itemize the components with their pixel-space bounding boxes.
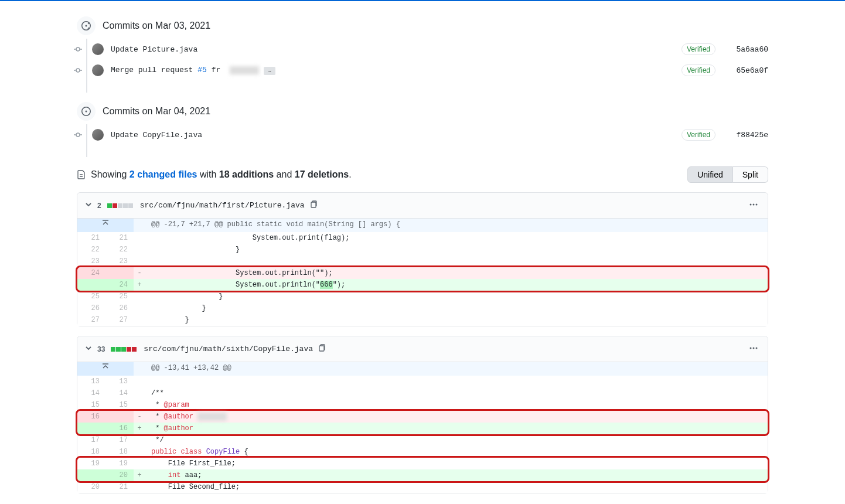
diff-summary: Showing 2 changed files with 18 addition… [77,169,352,180]
svg-point-0 [76,47,80,51]
svg-point-6 [76,133,80,137]
avatar[interactable] [92,64,104,76]
file-diff-icon [77,170,86,179]
commit-sha[interactable]: f88425e [727,131,768,139]
code-line: 2727 } [77,314,768,326]
svg-point-11 [753,204,755,206]
copy-path-icon[interactable] [309,200,318,210]
svg-point-10 [750,204,752,206]
code-line-added: 24+ System.out.println("666"); [77,279,768,291]
avatar[interactable] [92,129,104,141]
code-line: 2021 File Second_file; [77,481,768,493]
code-line: 1414/** [77,387,768,399]
avatar[interactable] [92,43,104,55]
diff-view-toggle: Unified Split [687,166,768,183]
hunk-header: @@ -13,41 +13,42 @@ [77,362,768,376]
hunk-header: @@ -21,7 +21,7 @@ public static void mai… [77,219,768,232]
diff-stat-icon [107,203,133,208]
commits-icon [77,102,96,121]
svg-point-16 [756,348,758,349]
verified-badge[interactable]: Verified [682,43,715,55]
code-line: 2222 } [77,244,768,256]
svg-point-12 [756,204,758,206]
code-line-added: 20+ int aaa; [77,469,768,481]
chevron-down-icon[interactable] [84,200,93,210]
file-change-count: 33 [97,345,105,353]
code-line: 2121 System.out.print(flag); [77,232,768,244]
commit-message[interactable]: Update Picture.java [111,45,682,54]
svg-point-3 [76,69,80,72]
file-path[interactable]: src/com/fjnu/math/first/Picture.java [140,201,305,210]
commit-row: Merge pull request #5 fr … Verified 65e6… [73,60,768,81]
diff-stat-icon [111,347,137,352]
code-line: 2626 } [77,302,768,314]
expand-up-icon[interactable] [101,219,110,232]
commit-sha[interactable]: 5a6aa60 [727,45,768,54]
code-line: 2525 } [77,291,768,302]
unified-view-button[interactable]: Unified [687,166,733,183]
pr-link[interactable]: #5 [197,66,207,74]
code-line-deleted: 24- System.out.println(""); [77,267,768,279]
split-view-button[interactable]: Split [733,166,768,183]
commit-date-header: Commits on Mar 03, 2021 [103,21,210,31]
verified-badge[interactable]: Verified [682,64,715,76]
svg-point-14 [750,348,752,349]
code-line: 1818public class CopyFile { [77,446,768,458]
code-line: 2323 [77,256,768,267]
copy-path-icon[interactable] [318,344,326,354]
changed-files-link[interactable]: 2 changed files [130,169,197,179]
code-line: 1515 * @param [77,399,768,411]
svg-rect-13 [319,346,324,351]
file-diff: 2 src/com/fjnu/math/first/Picture.java @… [77,192,768,326]
code-line: 1919 File First_File; [77,458,768,469]
commit-sha[interactable]: 65e6a0f [727,66,768,75]
commit-row: Update Picture.java Verified 5a6aa60 [73,39,768,60]
code-line: 1717 */ [77,434,768,446]
code-line-deleted: 16- * @author [77,411,768,423]
commit-node-icon [73,131,83,139]
code-line-added: 16+ * @author [77,423,768,434]
expand-message-button[interactable]: … [264,67,275,75]
commit-message[interactable]: Update CopyFile.java [111,131,682,139]
expand-up-icon[interactable] [101,362,110,376]
chevron-down-icon[interactable] [84,344,93,354]
file-path[interactable]: src/com/fjnu/math/sixth/CopyFile.java [144,345,313,353]
file-diff: 33 src/com/fjnu/math/sixth/CopyFile.java… [77,336,768,493]
code-line: 1313 [77,376,768,387]
verified-badge[interactable]: Verified [682,129,715,141]
commit-row: Update CopyFile.java Verified f88425e [73,124,768,145]
file-change-count: 2 [97,202,101,210]
commit-node-icon [73,45,83,53]
commit-message[interactable]: Merge pull request #5 fr … [111,66,682,75]
commits-icon [77,16,96,35]
commit-date-header: Commits on Mar 04, 2021 [103,106,210,117]
svg-point-15 [753,348,755,349]
svg-rect-9 [311,202,316,207]
commit-node-icon [73,66,83,74]
kebab-menu-icon[interactable] [747,341,761,357]
kebab-menu-icon[interactable] [747,197,761,213]
